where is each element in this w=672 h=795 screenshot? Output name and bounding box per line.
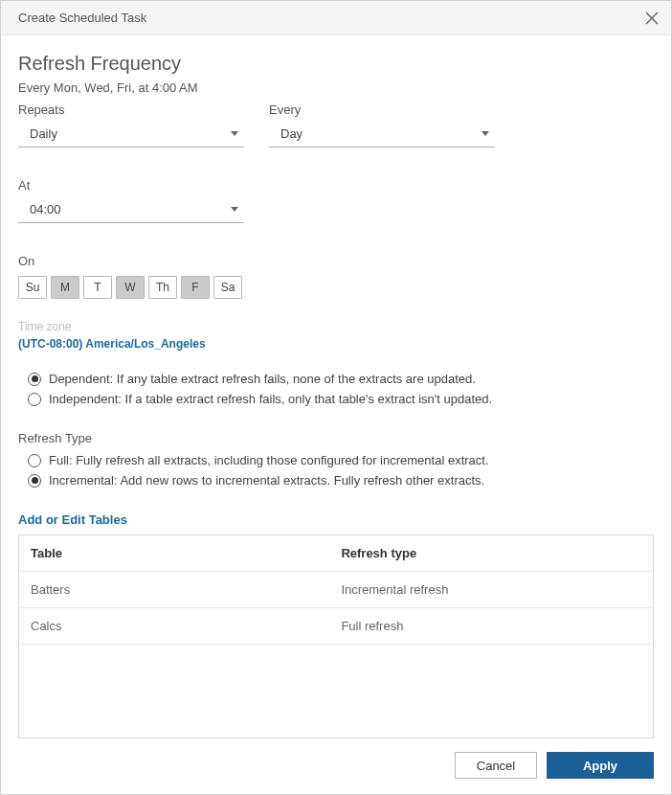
chevron-down-icon [482,131,489,136]
at-select[interactable]: 04:00 [18,196,244,223]
apply-button-label: Apply [583,759,617,773]
at-field: At 04:00 [18,178,244,223]
repeat-row: Repeats Daily Every Day [18,102,654,161]
day-toggle[interactable]: Su [18,276,47,299]
on-label: On [18,254,654,268]
apply-button[interactable]: Apply [547,752,654,779]
dependency-option[interactable]: Independent: If a table extract refresh … [28,392,654,406]
table-header-refresh: Refresh type [329,546,653,560]
day-toggle[interactable]: Sa [213,276,242,299]
table-cell-name: Batters [19,582,329,597]
table-row[interactable]: CalcsFull refresh [19,608,653,645]
every-label: Every [269,102,495,117]
radio-icon [28,474,41,488]
dependency-radio-group: Dependent: If any table extract refresh … [28,372,654,412]
page-title: Refresh Frequency [18,53,654,75]
repeats-select[interactable]: Daily [18,121,244,148]
add-edit-tables-link[interactable]: Add or Edit Tables [18,512,654,527]
cancel-button-label: Cancel [477,759,515,773]
table-cell-name: Calcs [19,619,329,633]
cancel-button[interactable]: Cancel [455,752,537,779]
repeats-value: Daily [30,126,231,141]
day-toggle[interactable]: T [83,276,112,299]
table-header-name: Table [19,546,329,560]
every-select[interactable]: Day [269,121,495,148]
refresh-type-radio-group: Full: Fully refresh all extracts, includ… [28,453,654,493]
table-body: BattersIncremental refreshCalcsFull refr… [19,572,653,645]
refresh-type-label: Incremental: Add new rows to incremental… [49,473,484,488]
refresh-type-option[interactable]: Incremental: Add new rows to incremental… [28,473,654,488]
radio-icon [28,393,41,406]
day-toggle[interactable]: F [181,276,210,299]
at-label: At [18,178,244,193]
table-cell-refresh: Full refresh [329,619,653,633]
dialog-content: Refresh Frequency Every Mon, Wed, Fri, a… [1,35,671,738]
every-value: Day [280,126,482,141]
table-header-row: Table Refresh type [19,535,653,572]
at-value: 04:00 [30,202,231,216]
every-field: Every Day [269,102,495,148]
dependency-label: Independent: If a table extract refresh … [49,392,492,406]
radio-icon [28,373,41,386]
chevron-down-icon [231,131,238,136]
dialog-footer: Cancel Apply [1,738,671,794]
refresh-type-label: Refresh Type [18,431,654,445]
dialog: Create Scheduled Task Refresh Frequency … [0,0,672,795]
day-toggle[interactable]: Th [148,276,177,299]
days-of-week: SuMTWThFSa [18,276,654,299]
table-cell-refresh: Incremental refresh [329,582,653,597]
table-row[interactable]: BattersIncremental refresh [19,572,653,608]
radio-icon [28,454,41,467]
timezone-label: Time zone [18,320,654,333]
tables-table: Table Refresh type BattersIncremental re… [18,534,654,738]
repeats-label: Repeats [18,102,244,117]
schedule-summary: Every Mon, Wed, Fri, at 4:00 AM [18,80,654,95]
refresh-type-option[interactable]: Full: Fully refresh all extracts, includ… [28,453,654,467]
day-toggle[interactable]: M [51,276,79,299]
dialog-title: Create Scheduled Task [18,11,146,25]
dependency-option[interactable]: Dependent: If any table extract refresh … [28,372,654,386]
chevron-down-icon [231,207,238,212]
timezone-link[interactable]: (UTC-08:00) America/Los_Angeles [18,337,654,351]
dialog-header: Create Scheduled Task [1,1,671,35]
refresh-type-label: Full: Fully refresh all extracts, includ… [49,453,489,467]
close-icon[interactable] [644,11,660,26]
dependency-label: Dependent: If any table extract refresh … [49,372,476,386]
day-toggle[interactable]: W [116,276,145,299]
repeats-field: Repeats Daily [18,102,244,148]
